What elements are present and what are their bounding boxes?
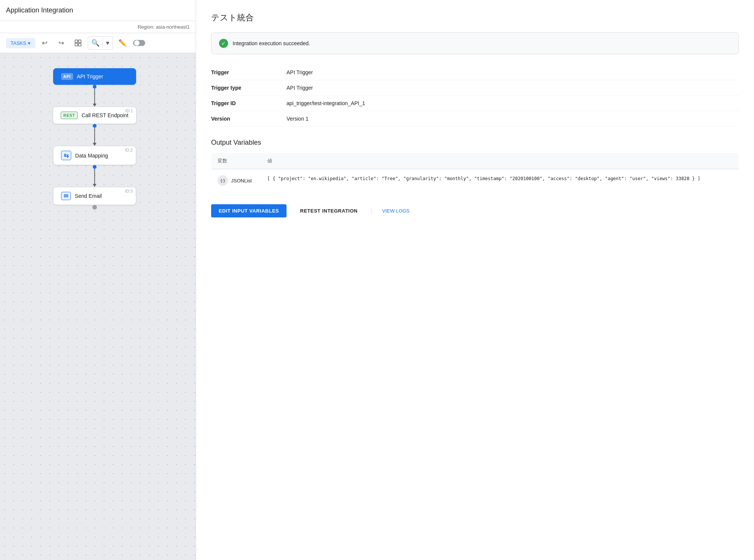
send-email-label: Send Email: [75, 193, 102, 199]
chevron-down-icon: ▾: [28, 40, 31, 46]
send-email-node[interactable]: ✉ Send Email ID:3: [53, 187, 136, 205]
svg-rect-1: [78, 40, 81, 43]
region-label: Region: asia-northeast1: [138, 24, 190, 30]
var-name: JSONList: [231, 178, 252, 184]
json-value: [ { "project": "en.wikipedia", "article"…: [267, 176, 700, 181]
toolbar: TASKS ▾ ↩ ↪ 🔍 ▾ ✏️: [0, 33, 196, 53]
undo-button[interactable]: ↩: [38, 36, 52, 50]
trigger-label: Trigger: [211, 65, 287, 80]
success-message: Integration execution succeeded.: [233, 40, 310, 46]
data-mapping-node[interactable]: ⇆ Data Mapping ID:2: [53, 146, 136, 165]
rest-id: ID:1: [125, 109, 133, 113]
connector-2: [93, 124, 97, 146]
flow-canvas: API API Trigger REST Call REST Endpoint …: [0, 53, 196, 560]
var-cell: {·} JSONList: [211, 169, 261, 192]
trigger-info-table: Trigger API Trigger Trigger type API Tri…: [211, 65, 739, 127]
col-val-header: 値: [261, 153, 739, 169]
right-panel: テスト統合 ✓ Integration execution succeeded.…: [196, 0, 754, 560]
trigger-row: Trigger API Trigger: [211, 65, 739, 80]
api-trigger-label: API Trigger: [77, 73, 103, 80]
zoom-chevron-icon[interactable]: ▾: [103, 37, 112, 49]
rest-label: Call REST Endpoint: [81, 112, 128, 118]
action-divider: [371, 207, 371, 215]
layout-button[interactable]: [71, 36, 85, 50]
trigger-id-label: Trigger ID: [211, 96, 287, 111]
svg-rect-0: [75, 40, 78, 43]
version-row: Version Version 1: [211, 111, 739, 127]
success-banner: ✓ Integration execution succeeded.: [211, 32, 739, 54]
output-table-header: 変数 値: [211, 153, 739, 169]
success-icon: ✓: [219, 39, 228, 48]
region-bar: Region: asia-northeast1: [0, 21, 196, 33]
email-id: ID:3: [125, 189, 133, 193]
trigger-id-row: Trigger ID api_trigger/test-integration_…: [211, 96, 739, 111]
flow-container: API API Trigger REST Call REST Endpoint …: [53, 68, 136, 210]
actions-row: EDIT INPUT VARIABLES RETEST INTEGRATION …: [211, 204, 739, 217]
connector-3: [93, 165, 97, 187]
trigger-value: API Trigger: [287, 65, 739, 80]
svg-rect-2: [75, 43, 78, 46]
panel-title: テスト統合: [211, 12, 739, 23]
retest-integration-button[interactable]: RETEST INTEGRATION: [293, 204, 365, 217]
col-var-header: 変数: [211, 153, 261, 169]
trigger-type-label: Trigger type: [211, 80, 287, 96]
output-variables-table: 変数 値 {·} JSONList [ { "project": "en.wik…: [211, 153, 739, 192]
connector-end: [92, 205, 97, 210]
data-id: ID:2: [125, 148, 133, 152]
edit-input-variables-button[interactable]: EDIT INPUT VARIABLES: [211, 204, 287, 217]
api-trigger-node[interactable]: API API Trigger: [53, 68, 136, 85]
output-section-title: Output Variables: [211, 139, 739, 147]
rest-endpoint-node[interactable]: REST Call REST Endpoint ID:1: [53, 107, 136, 124]
redo-button[interactable]: ↪: [55, 36, 68, 50]
val-cell: [ { "project": "en.wikipedia", "article"…: [261, 169, 739, 192]
zoom-control[interactable]: 🔍 ▾: [88, 36, 113, 50]
app-title-text: Application Integration: [6, 6, 73, 14]
version-label: Version: [211, 111, 287, 127]
api-badge: API: [61, 73, 73, 80]
edit-button[interactable]: ✏️: [116, 36, 129, 50]
toggle-button[interactable]: [132, 36, 146, 50]
app-title: Application Integration: [0, 0, 196, 21]
left-panel: Application Integration Region: asia-nor…: [0, 0, 196, 560]
connector-1: [93, 85, 97, 107]
email-badge: ✉: [61, 192, 71, 200]
svg-point-5: [134, 40, 139, 46]
trigger-type-value: API Trigger: [287, 80, 739, 96]
trigger-id-value: api_trigger/test-integration_API_1: [287, 96, 739, 111]
tasks-label: TASKS: [11, 40, 26, 46]
json-icon: {·}: [218, 175, 228, 186]
data-mapping-label: Data Mapping: [75, 153, 108, 159]
svg-rect-3: [78, 43, 81, 46]
trigger-type-row: Trigger type API Trigger: [211, 80, 739, 96]
zoom-icon: 🔍: [88, 37, 103, 49]
table-row: {·} JSONList [ { "project": "en.wikipedi…: [211, 169, 739, 192]
rest-badge: REST: [61, 112, 78, 119]
view-logs-button[interactable]: VIEW LOGS: [377, 204, 414, 217]
tasks-button[interactable]: TASKS ▾: [6, 38, 35, 48]
version-value: Version 1: [287, 111, 739, 127]
data-badge: ⇆: [61, 151, 72, 160]
